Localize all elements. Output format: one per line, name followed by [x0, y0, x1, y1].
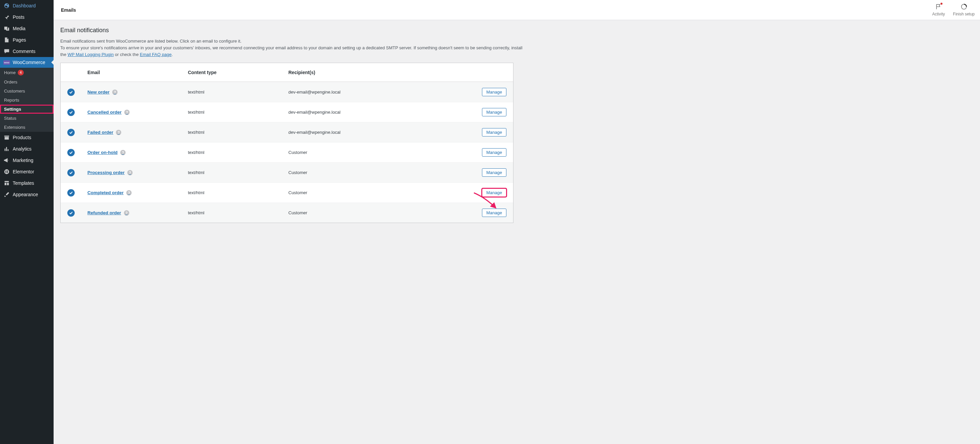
recipient-cell: Customer — [288, 170, 466, 175]
status-enabled-icon — [67, 209, 75, 217]
sidebar-item-label: Marketing — [13, 158, 33, 163]
sidebar-item-label: Posts — [13, 14, 24, 20]
email-name-link[interactable]: Failed order? — [88, 130, 121, 135]
email-name-text: Refunded order — [88, 210, 121, 215]
table-row: Refunded order?text/htmlCustomerManage — [60, 203, 513, 223]
submenu-item-label: Home — [4, 70, 16, 75]
svg-rect-4 — [7, 172, 8, 173]
brush-icon — [3, 192, 10, 198]
manage-button[interactable]: Manage — [482, 168, 506, 177]
submenu-item-label: Extensions — [4, 125, 25, 130]
manage-button[interactable]: Manage — [482, 188, 506, 197]
table-row: Failed order?text/htmldev-email@wpengine… — [60, 122, 513, 142]
email-name-text: Cancelled order — [88, 110, 122, 115]
submenu-item-extensions[interactable]: Extensions — [0, 123, 54, 132]
email-name-text: Completed order — [88, 190, 124, 195]
col-recipients: Recipient(s) — [288, 70, 466, 75]
table-row: Order on-hold?text/htmlCustomerManage — [60, 142, 513, 162]
activity-label: Activity — [932, 12, 945, 16]
help-icon[interactable]: ? — [112, 89, 118, 95]
sidebar-item-analytics[interactable]: Analytics — [0, 143, 54, 155]
sidebar-item-elementor[interactable]: Elementor — [0, 166, 54, 177]
sidebar-item-media[interactable]: Media — [0, 23, 54, 34]
sidebar-item-appearance[interactable]: Appearance — [0, 189, 54, 200]
section-heading: Email notifications — [60, 27, 973, 34]
email-name-link[interactable]: Refunded order? — [88, 210, 129, 216]
sidebar-item-pages[interactable]: Pages — [0, 34, 54, 46]
manage-button[interactable]: Manage — [482, 108, 506, 117]
topbar: Emails Activity Finish setup — [54, 0, 980, 20]
sidebar-item-dashboard[interactable]: Dashboard — [0, 0, 54, 11]
sidebar-item-woocommerce[interactable]: woo WooCommerce — [0, 57, 54, 68]
status-enabled-icon — [67, 149, 75, 156]
sidebar-item-products[interactable]: Products — [0, 132, 54, 143]
email-faq-link[interactable]: Email FAQ page — [140, 52, 172, 57]
submenu-item-reports[interactable]: Reports — [0, 96, 54, 105]
submenu-item-label: Status — [4, 116, 16, 121]
help-icon[interactable]: ? — [120, 150, 126, 155]
content-type-cell: text/html — [188, 190, 288, 195]
page-title: Emails — [61, 7, 76, 13]
col-email: Email — [88, 70, 188, 75]
table-row: Completed order?text/htmlCustomerManage — [60, 182, 513, 203]
sidebar-item-templates[interactable]: Templates — [0, 177, 54, 189]
submenu-item-status[interactable]: Status — [0, 114, 54, 123]
submenu-item-settings[interactable]: Settings — [0, 105, 54, 114]
content-type-cell: text/html — [188, 170, 288, 175]
email-name-link[interactable]: Completed order? — [88, 190, 132, 195]
wp-mail-logging-link[interactable]: WP Mail Logging Plugin — [68, 52, 114, 57]
sidebar-item-label: Analytics — [13, 146, 32, 152]
email-name-link[interactable]: Processing order? — [88, 170, 133, 176]
sidebar-item-comments[interactable]: Comments — [0, 46, 54, 57]
sidebar-item-label: Templates — [13, 180, 34, 186]
woo-icon: woo — [3, 61, 10, 65]
help-icon[interactable]: ? — [116, 130, 121, 135]
pin-icon — [3, 14, 10, 20]
manage-button[interactable]: Manage — [482, 148, 506, 157]
help-icon[interactable]: ? — [124, 210, 129, 216]
manage-button[interactable]: Manage — [482, 88, 506, 96]
email-name-link[interactable]: Cancelled order? — [88, 110, 130, 115]
sidebar-item-marketing[interactable]: Marketing — [0, 155, 54, 166]
elementor-icon — [3, 169, 10, 175]
submenu-item-customers[interactable]: Customers — [0, 86, 54, 96]
recipient-cell: dev-email@wpengine.local — [288, 130, 466, 135]
help-icon[interactable]: ? — [124, 110, 130, 115]
email-name-link[interactable]: Order on-hold? — [88, 150, 126, 155]
status-enabled-icon — [67, 88, 75, 96]
email-name-link[interactable]: New order? — [88, 89, 118, 95]
sidebar-item-label: Elementor — [13, 169, 34, 174]
activity-button[interactable]: Activity — [932, 3, 945, 16]
finish-setup-label: Finish setup — [953, 12, 975, 16]
content-type-cell: text/html — [188, 130, 288, 135]
sidebar-item-label: WooCommerce — [13, 60, 45, 65]
email-name-text: Processing order — [88, 170, 125, 175]
sidebar-item-label: Comments — [13, 49, 35, 54]
sidebar-item-label: Pages — [13, 37, 26, 43]
sidebar-item-label: Appearance — [13, 192, 38, 197]
sidebar-item-posts[interactable]: Posts — [0, 11, 54, 23]
submenu-item-home[interactable]: Home 4 — [0, 68, 54, 77]
email-name-text: Failed order — [88, 130, 113, 135]
sidebar-item-label: Media — [13, 26, 25, 31]
admin-sidebar: Dashboard Posts Media Pages Comments — [0, 0, 54, 444]
submenu-item-label: Reports — [4, 97, 19, 102]
manage-button[interactable]: Manage — [482, 209, 506, 217]
content-type-cell: text/html — [188, 110, 288, 115]
recipient-cell: Customer — [288, 190, 466, 195]
sidebar-item-label: Products — [13, 135, 31, 140]
help-icon[interactable]: ? — [127, 170, 133, 176]
submenu-item-orders[interactable]: Orders — [0, 77, 54, 86]
recipient-cell: Customer — [288, 210, 466, 215]
status-enabled-icon — [67, 189, 75, 196]
col-content-type: Content type — [188, 70, 288, 75]
progress-icon — [961, 3, 967, 11]
finish-setup-button[interactable]: Finish setup — [953, 3, 975, 16]
submenu-item-label: Orders — [4, 80, 18, 85]
sidebar-item-label: Dashboard — [13, 3, 36, 8]
help-icon[interactable]: ? — [126, 190, 132, 195]
submenu-item-label: Settings — [4, 107, 21, 112]
section-description: Email notifications sent from WooCommerc… — [60, 38, 522, 58]
manage-button[interactable]: Manage — [482, 128, 506, 136]
svg-rect-2 — [7, 170, 8, 171]
